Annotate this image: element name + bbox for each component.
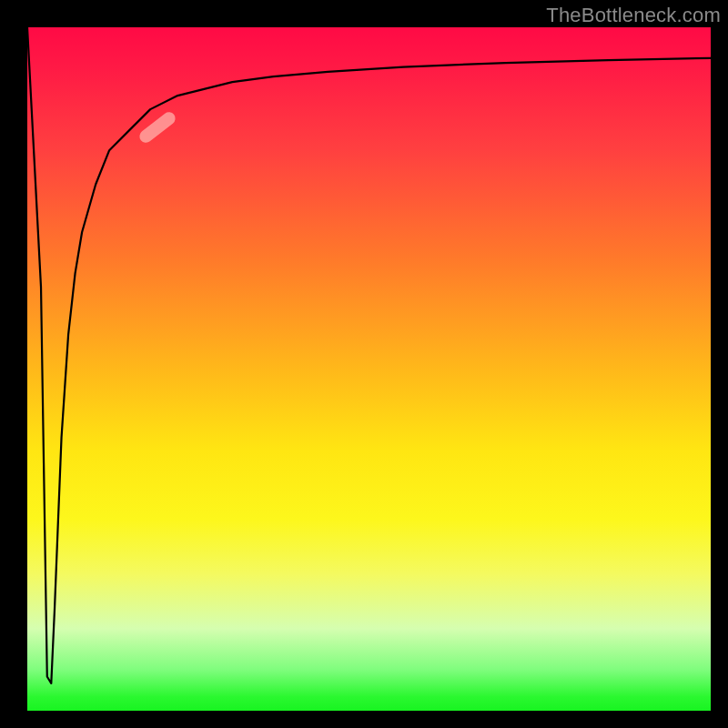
plot-area bbox=[27, 27, 711, 711]
watermark-label: TheBottleneck.com bbox=[546, 4, 721, 27]
bottleneck-curve bbox=[27, 27, 711, 683]
chart-frame: TheBottleneck.com bbox=[0, 0, 728, 728]
curve-svg bbox=[27, 27, 711, 711]
